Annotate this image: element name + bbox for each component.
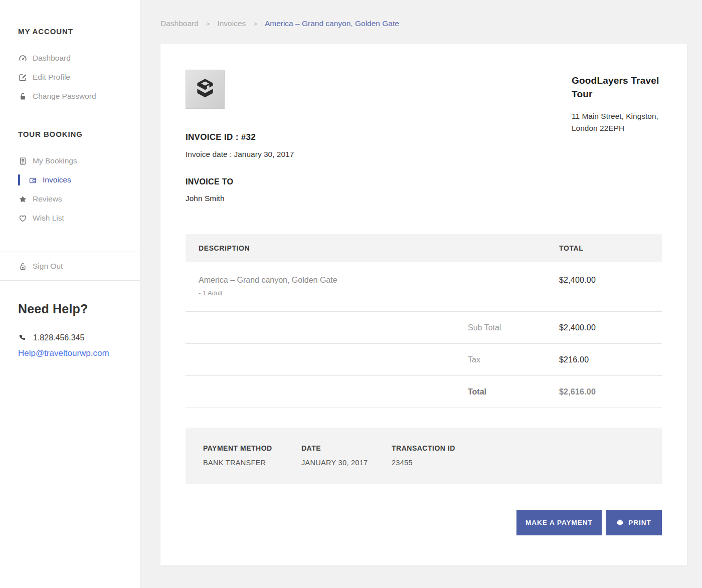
transaction-id-column: TRANSACTION ID 23455 (392, 444, 455, 467)
table-row-tax: Tax $216.00 (186, 344, 662, 376)
wallet-icon (28, 175, 38, 185)
payment-method-header: PAYMENT METHOD (203, 444, 301, 452)
breadcrumb-invoices[interactable]: Invoices (217, 19, 246, 28)
sidebar-item-reviews[interactable]: Reviews (0, 189, 140, 209)
company-address-line1: 11 Main Street, Kingston, (572, 110, 667, 122)
sidebar-item-edit-profile[interactable]: Edit Profile (0, 68, 140, 87)
breadcrumb-dashboard[interactable]: Dashboard (160, 19, 199, 28)
payment-details-panel: PAYMENT METHOD BANK TRANSFER DATE JANUAR… (186, 428, 662, 484)
breadcrumb-separator: > (253, 20, 257, 28)
help-email-link[interactable]: Help@traveltourwp.com (18, 348, 140, 358)
transaction-id-header: TRANSACTION ID (392, 444, 455, 452)
table-row-line-item: America – Grand canyon, Golden Gate - 1 … (186, 262, 662, 312)
sidebar-item-label: Edit Profile (33, 73, 70, 82)
tour-booking-heading: TOUR BOOKING (0, 106, 140, 138)
line-item-amount: $2,400.00 (559, 276, 662, 285)
need-help-heading: Need Help? (18, 302, 140, 316)
heart-icon (18, 214, 28, 223)
breadcrumb: Dashboard > Invoices > America – Grand c… (160, 19, 687, 28)
total-label: Total (468, 387, 559, 397)
need-help-section: Need Help? 1.828.456.345 Help@traveltour… (0, 281, 140, 358)
invoice-to-heading: INVOICE TO (186, 177, 662, 186)
make-a-payment-button[interactable]: MAKE A PAYMENT (516, 510, 602, 535)
help-phone-number: 1.828.456.345 (33, 333, 84, 342)
main-content: Dashboard > Invoices > America – Grand c… (140, 0, 702, 588)
booking-nav: My Bookings Invoices Reviews Wish List (0, 151, 140, 228)
phone-icon (18, 334, 27, 342)
account-nav: Dashboard Edit Profile Change Password (0, 49, 140, 106)
goodlayers-logo-icon (192, 76, 218, 102)
sidebar-item-label: My Bookings (33, 156, 77, 165)
company-logo (186, 70, 225, 109)
company-name: GoodLayers Travel Tour (572, 74, 667, 101)
breadcrumb-separator: > (206, 20, 210, 28)
sidebar: MY ACCOUNT Dashboard Edit Profile Change… (0, 0, 140, 588)
payment-date-header: DATE (301, 444, 392, 452)
sidebar-item-my-bookings[interactable]: My Bookings (0, 151, 140, 170)
breadcrumb-current-page: America – Grand canyon, Golden Gate (265, 19, 399, 28)
print-button[interactable]: PRINT (606, 510, 662, 535)
sidebar-item-label: Wish List (33, 214, 64, 223)
sidebar-item-label: Change Password (33, 92, 96, 101)
invoice-card: GoodLayers Travel Tour 11 Main Street, K… (160, 44, 687, 565)
payment-method-value: BANK TRANSFER (203, 459, 301, 467)
description-header: DESCRIPTION (186, 244, 559, 252)
line-item-description: America – Grand canyon, Golden Gate - 1 … (186, 276, 559, 297)
payment-date-value: JANUARY 30, 2017 (301, 459, 392, 467)
sidebar-item-label: Sign Out (33, 262, 63, 271)
total-header: TOTAL (559, 244, 662, 252)
company-address: 11 Main Street, Kingston, London 22EPH (572, 110, 667, 134)
invoice-to-name: John Smith (186, 194, 662, 203)
line-item-detail: - 1 Adult (199, 289, 559, 297)
tax-label: Tax (468, 355, 559, 364)
line-item-title: America – Grand canyon, Golden Gate (199, 276, 559, 285)
active-indicator-bar (18, 174, 20, 185)
bookings-icon (18, 156, 28, 166)
subtotal-value: $2,400.00 (559, 323, 662, 332)
help-phone-row: 1.828.456.345 (18, 333, 140, 342)
sidebar-item-label: Dashboard (33, 54, 71, 63)
sidebar-item-wish-list[interactable]: Wish List (0, 209, 140, 228)
unlock-icon (18, 262, 28, 271)
invoice-table-header: DESCRIPTION TOTAL (186, 234, 662, 262)
my-account-heading: MY ACCOUNT (0, 0, 140, 36)
table-row-subtotal: Sub Total $2,400.00 (186, 312, 662, 344)
printer-icon (616, 519, 624, 526)
sidebar-item-label: Invoices (43, 175, 71, 184)
company-address-line2: London 22EPH (572, 122, 667, 134)
print-button-label: PRINT (628, 519, 651, 526)
sidebar-item-dashboard[interactable]: Dashboard (0, 49, 140, 68)
payment-method-column: PAYMENT METHOD BANK TRANSFER (203, 444, 301, 467)
lock-icon (18, 92, 28, 101)
transaction-id-value: 23455 (392, 459, 455, 467)
edit-icon (18, 73, 28, 82)
sidebar-item-change-password[interactable]: Change Password (0, 87, 140, 106)
star-icon (18, 194, 28, 204)
table-row-total: Total $2,616.00 (186, 376, 662, 408)
invoice-actions: MAKE A PAYMENT PRINT (186, 510, 662, 535)
total-value: $2,616.00 (559, 387, 662, 397)
tax-value: $216.00 (559, 355, 662, 364)
invoice-date: Invoice date : January 30, 2017 (186, 150, 662, 159)
sidebar-item-invoices[interactable]: Invoices (0, 170, 140, 189)
subtotal-label: Sub Total (468, 323, 559, 332)
sidebar-item-label: Reviews (33, 194, 62, 204)
invoice-table: DESCRIPTION TOTAL America – Grand canyon… (186, 234, 662, 408)
payment-date-column: DATE JANUARY 30, 2017 (301, 444, 392, 467)
company-info: GoodLayers Travel Tour 11 Main Street, K… (572, 74, 667, 134)
dashboard-icon (18, 54, 28, 63)
sidebar-item-sign-out[interactable]: Sign Out (0, 252, 140, 280)
